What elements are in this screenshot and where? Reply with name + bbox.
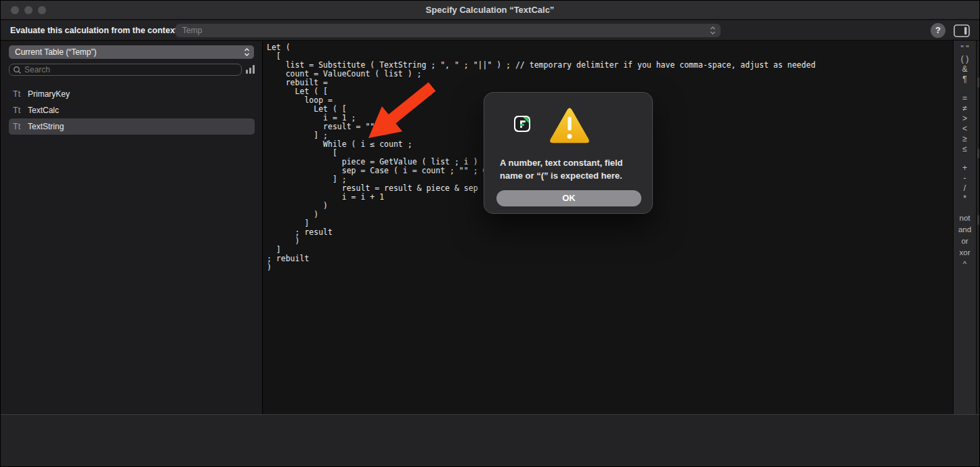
alert-message: A number, text constant, field name or “… [500,157,642,182]
search-field[interactable] [9,64,242,76]
zoom-button[interactable] [38,6,46,14]
title-bar: Specify Calculation “TextCalc” [1,1,979,20]
table-selector-value: Current Table (“Temp”) [15,47,96,57]
operator-group-logical: notandorxor^ [954,213,976,270]
operator-button[interactable]: ( ) [954,54,976,64]
operator-button[interactable]: or [954,236,976,247]
chevron-up-down-icon [710,26,716,35]
functions-panel-edge [976,41,980,414]
field-list: Tt PrimaryKey Tt TextCalc Tt TextString [1,86,263,135]
operator-group-math: +-/* [954,163,976,204]
operator-button[interactable]: " " [954,44,976,54]
text-field-type-icon: Tt [13,122,28,131]
operator-button[interactable]: + [954,163,976,173]
text-field-type-icon: Tt [13,106,28,115]
filemaker-app-icon [514,116,530,132]
footer-bar: Calculation result is Number Storage Opt… [1,414,980,467]
table-selector[interactable]: Current Table (“Temp”) [9,45,254,59]
field-row-primarykey[interactable]: Tt PrimaryKey [9,86,255,102]
operator-group-text: " "( )&¶ [954,44,976,85]
operator-button[interactable]: = [954,93,976,104]
operators-panel: " "( )&¶ =≠><≥≤ +-/* notandorxor^ [953,41,976,414]
search-icon [13,66,22,74]
help-button[interactable]: ? [931,23,945,38]
field-name: TextCalc [28,106,59,115]
operator-button[interactable]: < [954,124,976,134]
context-label: Evaluate this calculation from the conte… [10,26,191,35]
operator-button[interactable]: ≠ [954,104,976,114]
field-name: PrimaryKey [28,89,70,99]
operator-button[interactable]: and [954,224,976,236]
operator-button[interactable]: - [954,173,976,183]
error-alert-dialog: A number, text constant, field name or “… [484,92,653,214]
fields-sidebar: Current Table (“Temp”) Tt PrimaryKey Tt [1,41,263,414]
search-input[interactable] [24,65,228,74]
operator-button[interactable]: / [954,183,976,194]
window-title: Specify Calculation “TextCalc” [1,1,979,20]
field-name: TextString [28,122,64,131]
warning-triangle-icon [549,105,591,147]
alert-ok-button[interactable]: OK [496,190,641,206]
panel-right-icon [954,24,970,37]
operator-button[interactable]: * [954,194,976,204]
operator-group-comparison: =≠><≥≤ [954,93,976,154]
operator-button[interactable]: xor [954,247,976,259]
toggle-functions-panel-button[interactable] [952,23,971,38]
field-row-textcalc[interactable]: Tt TextCalc [9,102,255,118]
field-row-textstring[interactable]: Tt TextString [9,118,255,135]
operator-button[interactable]: not [954,213,976,224]
operator-button[interactable]: ≤ [954,144,976,154]
operator-button[interactable]: ≥ [954,134,976,144]
chevron-up-down-icon [244,48,250,56]
specify-calculation-window: Specify Calculation “TextCalc” Evaluate … [0,0,980,467]
operator-button[interactable]: ¶ [954,74,976,85]
sort-bars-icon[interactable] [246,64,255,74]
context-bar: Evaluate this calculation from the conte… [1,20,979,41]
context-select-value: Temp [182,26,202,35]
close-button[interactable] [11,6,19,14]
operator-button[interactable]: & [954,64,976,74]
context-select[interactable]: Temp [175,24,721,37]
operator-button[interactable]: ^ [954,259,976,270]
operator-button[interactable]: > [954,114,976,124]
text-field-type-icon: Tt [13,89,28,99]
minimize-button[interactable] [24,6,33,14]
traffic-lights [11,6,46,14]
